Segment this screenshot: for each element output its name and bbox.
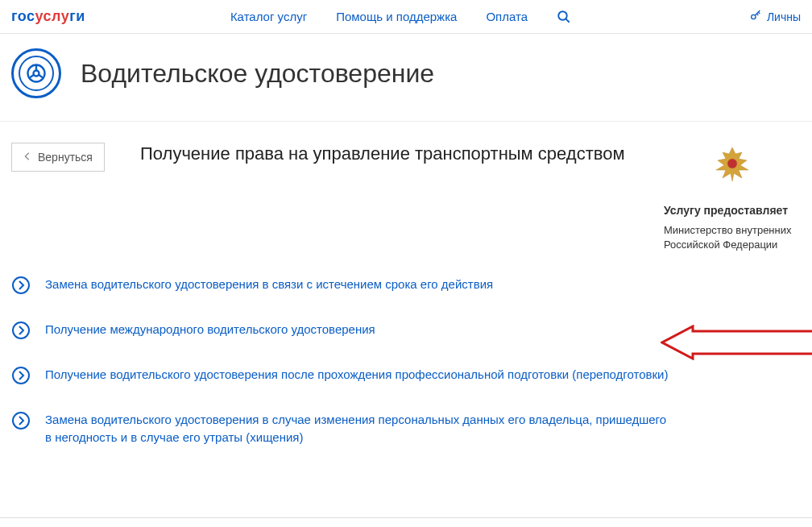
annotation-arrow-icon	[661, 325, 812, 360]
search-icon[interactable]	[557, 10, 571, 24]
service-item[interactable]: Замена водительского удостоверения в слу…	[11, 411, 672, 446]
chevron-circle-right-icon	[11, 321, 31, 343]
provider-box: Услугу предоставляет Министерство внутре…	[664, 143, 801, 251]
back-button[interactable]: Вернуться	[11, 143, 105, 172]
nav-help[interactable]: Помощь и поддержка	[336, 10, 457, 23]
subheading: Получение права на управление транспортн…	[140, 143, 648, 166]
key-icon	[749, 9, 762, 24]
personal-label: Личны	[767, 10, 801, 23]
provider-name: Министерство внутренних Российской Федер…	[664, 223, 801, 251]
svg-line-7	[39, 75, 44, 78]
chevron-circle-right-icon	[11, 366, 31, 388]
svg-point-0	[558, 11, 567, 20]
top-nav: Каталог услуг Помощь и поддержка Оплата	[230, 10, 571, 24]
chevron-circle-right-icon	[11, 276, 31, 298]
left-column: Вернуться	[11, 143, 124, 251]
service-item[interactable]: Получение международного водительского у…	[11, 321, 672, 343]
service-item[interactable]: Получение водительского удостоверения по…	[11, 366, 672, 388]
page-title: Водительское удостоверение	[81, 59, 434, 89]
logo-part-1: гос	[11, 8, 35, 24]
page-hero: Водительское удостоверение	[0, 34, 812, 122]
service-item[interactable]: Замена водительского удостоверения в свя…	[11, 276, 672, 298]
content-row: Вернуться Получение права на управление …	[0, 122, 812, 251]
service-list: Замена водительского удостоверения в свя…	[0, 251, 812, 517]
svg-point-8	[727, 159, 737, 168]
provider-label: Услугу предоставляет	[664, 204, 801, 217]
provider-emblem-icon	[706, 143, 758, 186]
mid-column: Получение права на управление транспортн…	[140, 143, 648, 251]
logo-part-2: услу	[35, 8, 70, 24]
nav-catalog[interactable]: Каталог услуг	[230, 10, 307, 23]
chevron-left-icon	[23, 151, 31, 164]
svg-line-6	[29, 75, 34, 78]
logo[interactable]: госуслуги	[11, 8, 85, 25]
svg-point-9	[13, 277, 29, 293]
svg-point-12	[13, 413, 29, 429]
nav-payment[interactable]: Оплата	[486, 10, 528, 23]
service-link[interactable]: Замена водительского удостоверения в слу…	[45, 411, 672, 446]
service-link[interactable]: Получение водительского удостоверения по…	[45, 366, 668, 384]
footer: 8 800 100-70-10 Помощь и поддержка Полез…	[0, 517, 812, 527]
svg-point-10	[13, 322, 29, 338]
service-link[interactable]: Получение международного водительского у…	[45, 321, 375, 338]
service-link[interactable]: Замена водительского удостоверения в свя…	[45, 276, 493, 293]
category-icon	[11, 48, 61, 98]
personal-cabinet-link[interactable]: Личны	[749, 9, 801, 24]
svg-point-2	[752, 15, 756, 19]
svg-line-1	[566, 19, 570, 22]
chevron-circle-right-icon	[11, 411, 31, 434]
top-header: госуслуги Каталог услуг Помощь и поддерж…	[0, 0, 812, 34]
back-label: Вернуться	[38, 151, 93, 164]
logo-part-3: ги	[69, 8, 85, 24]
svg-point-11	[13, 367, 29, 384]
